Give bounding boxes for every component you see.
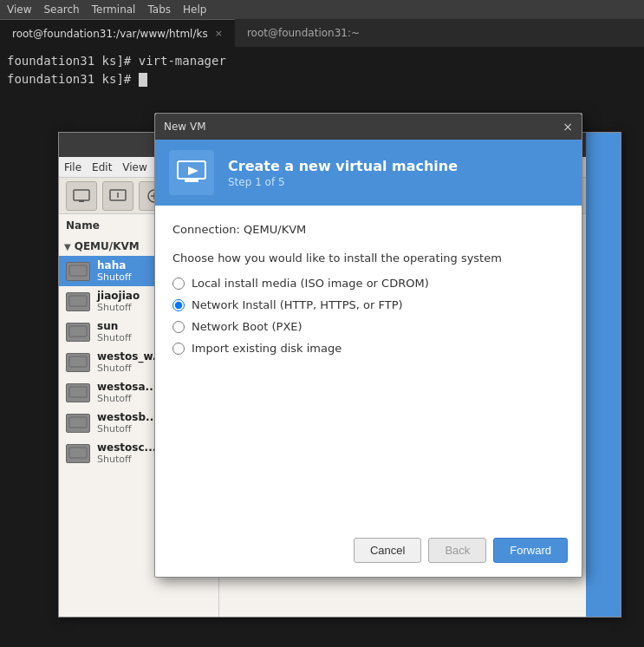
- svg-rect-11: [69, 387, 87, 397]
- svg-rect-12: [69, 417, 87, 428]
- vm-status-haha: Shutoff: [97, 271, 132, 283]
- vm-info-westosb: westosb... Shutoff: [97, 411, 158, 435]
- svg-marker-16: [188, 167, 198, 175]
- back-button[interactable]: Back: [428, 538, 486, 563]
- cancel-button[interactable]: Cancel: [354, 538, 421, 563]
- option-network-install[interactable]: Network Install (HTTP, HTTPS, or FTP): [172, 298, 564, 311]
- label-import-disk: Import existing disk image: [192, 342, 342, 355]
- menu-tabs[interactable]: Tabs: [147, 3, 171, 16]
- connection-value-text: QEMU/KVM: [244, 223, 306, 236]
- tab-1-close[interactable]: ×: [215, 28, 223, 39]
- forward-button[interactable]: Forward: [493, 538, 568, 563]
- svg-rect-7: [69, 265, 87, 276]
- menu-bar: View Search Terminal Tabs Help: [0, 0, 644, 19]
- dialog-buttons: Cancel Back Forward: [354, 538, 568, 563]
- vm-name-sun: sun: [97, 320, 132, 332]
- svg-rect-9: [69, 326, 87, 337]
- dialog-title: New VM: [164, 121, 206, 133]
- svg-rect-10: [69, 356, 87, 367]
- vm-info-jiaojiao: jiaojiao Shutoff: [97, 290, 140, 313]
- menu-view[interactable]: View: [7, 3, 31, 16]
- vm-info-haha: haha Shutoff: [97, 259, 132, 283]
- dialog-header-step: Step 1 of 5: [228, 176, 458, 188]
- toolbar-btn-1[interactable]: [66, 181, 97, 211]
- vm-status-westosc: Shutoff: [97, 454, 156, 465]
- dialog-header-title: Create a new virtual machine: [228, 158, 458, 174]
- terminal-line-1: foundation31 ks]# virt-manager: [7, 52, 637, 70]
- tab-1-label: root@foundation31:/var/www/html/ks: [12, 28, 208, 40]
- radio-network-install[interactable]: [172, 299, 185, 311]
- vm-icon-westos-w: [66, 353, 90, 372]
- vm-name-jiaojiao: jiaojiao: [97, 290, 140, 302]
- radio-network-boot[interactable]: [172, 321, 185, 333]
- virt-menu-edit[interactable]: Edit: [92, 161, 112, 173]
- vm-icon-jiaojiao: [66, 292, 90, 311]
- cursor: [139, 73, 147, 87]
- option-import-disk[interactable]: Import existing disk image: [172, 342, 564, 355]
- vm-name-haha: haha: [97, 259, 132, 271]
- new-vm-dialog: New VM × Create a new virtual machine St…: [154, 113, 582, 578]
- name-column-header: Name: [66, 219, 100, 232]
- virt-menu-view[interactable]: View: [122, 161, 146, 173]
- connection-label: Connection:: [172, 223, 240, 236]
- vm-name-westosc: westosc...: [97, 441, 156, 454]
- toolbar-btn-2[interactable]: [102, 181, 133, 211]
- option-local-install[interactable]: Local install media (ISO image or CDROM): [172, 277, 564, 290]
- vm-icon-haha: [66, 262, 90, 281]
- svg-rect-13: [69, 448, 87, 458]
- connection-info: Connection: QEMU/KVM: [172, 223, 564, 236]
- radio-local-install[interactable]: [172, 278, 185, 290]
- vm-icon-westosc: [66, 444, 90, 463]
- terminal-line-2: foundation31 ks]#: [7, 70, 637, 88]
- vm-icon-westosb: [66, 414, 90, 433]
- menu-terminal[interactable]: Terminal: [92, 3, 136, 16]
- radio-import-disk[interactable]: [172, 343, 185, 355]
- new-vm-icon: [169, 150, 214, 195]
- label-network-boot: Network Boot (PXE): [192, 320, 302, 333]
- accent-bar: [586, 133, 621, 617]
- tab-1[interactable]: root@foundation31:/var/www/html/ks ×: [0, 19, 235, 47]
- vm-status-westosb: Shutoff: [97, 423, 158, 435]
- tab-bar: root@foundation31:/var/www/html/ks × roo…: [0, 19, 644, 47]
- vm-info-westosa: westosa... Shutoff: [97, 381, 157, 404]
- vm-info-westosc: westosc... Shutoff: [97, 441, 156, 465]
- label-network-install: Network Install (HTTP, HTTPS, or FTP): [192, 298, 403, 311]
- dialog-header-band: Create a new virtual machine Step 1 of 5: [155, 140, 582, 206]
- tab-2[interactable]: root@foundation31:~: [235, 19, 372, 47]
- menu-search[interactable]: Search: [43, 3, 79, 16]
- vm-name-westosb: westosb...: [97, 411, 158, 423]
- vm-info-sun: sun Shutoff: [97, 320, 132, 343]
- dialog-body: Connection: QEMU/KVM Choose how you woul…: [155, 206, 582, 377]
- virt-menu-file[interactable]: File: [64, 161, 81, 173]
- svg-rect-8: [69, 296, 87, 306]
- dialog-header-text: Create a new virtual machine Step 1 of 5: [228, 158, 458, 188]
- vm-icon-westosa: [66, 383, 90, 402]
- tab-2-label: root@foundation31:~: [247, 27, 360, 39]
- vm-status-jiaojiao: Shutoff: [97, 302, 140, 313]
- vm-name-westosa: westosa...: [97, 381, 157, 393]
- svg-rect-0: [74, 190, 89, 200]
- qemu-label: QEMU/KVM: [75, 240, 140, 252]
- menu-help[interactable]: Help: [183, 3, 206, 16]
- label-local-install: Local install media (ISO image or CDROM): [192, 277, 429, 290]
- vm-status-sun: Shutoff: [97, 332, 132, 343]
- svg-rect-1: [79, 200, 84, 202]
- dialog-titlebar: New VM ×: [155, 114, 582, 140]
- dialog-close-button[interactable]: ×: [563, 120, 573, 134]
- install-question: Choose how you would like to install the…: [172, 252, 564, 265]
- option-network-boot[interactable]: Network Boot (PXE): [172, 320, 564, 333]
- vm-icon-sun: [66, 323, 90, 342]
- terminal-content: foundation31 ks]# virt-manager foundatio…: [0, 47, 644, 94]
- vm-status-westosa: Shutoff: [97, 393, 157, 404]
- svg-rect-15: [185, 179, 198, 182]
